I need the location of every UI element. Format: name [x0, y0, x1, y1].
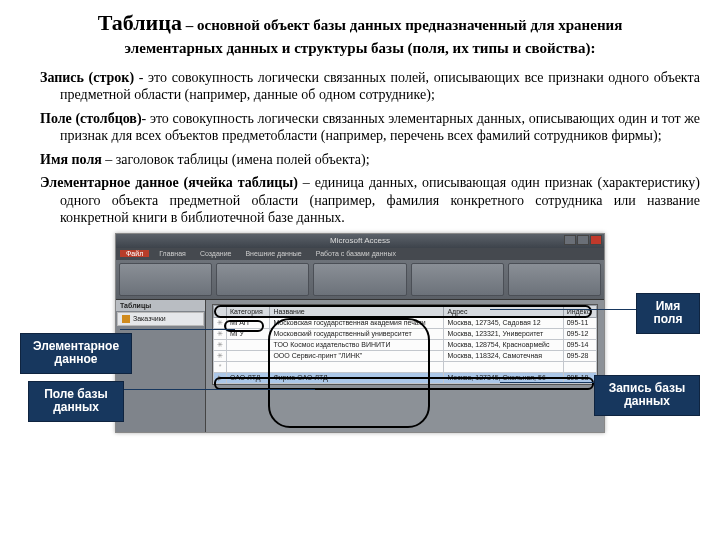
- def-imya: Имя поля – заголовок таблицы (имена поле…: [20, 151, 700, 169]
- header-row: Категория Название Адрес Индекс: [214, 305, 597, 317]
- col-header[interactable]: Индекс: [563, 305, 596, 317]
- nav-header[interactable]: Таблицы: [116, 300, 205, 311]
- ribbon-tabs: Файл Главная Создание Внешние данные Раб…: [116, 248, 604, 260]
- def-pole-text: - это совокупность логически связанных э…: [60, 111, 700, 144]
- table-row: ✳ООО Сервис-принт "ЛИНК"Москва, 118324, …: [214, 350, 597, 361]
- nav-item-label: Заказчики: [133, 315, 166, 322]
- tab-home[interactable]: Главная: [155, 250, 190, 257]
- def-elem-term: Элементарное данное (ячейка таблицы): [40, 175, 298, 190]
- def-imya-term: Имя поля: [40, 152, 102, 167]
- callout-zapis-bazy: Запись базы данных: [594, 375, 700, 417]
- datasheet-grid[interactable]: Категория Название Адрес Индекс ✳МГАПМос…: [212, 304, 598, 385]
- maximize-icon[interactable]: [577, 235, 589, 245]
- table-row: *: [214, 361, 597, 372]
- ribbon-group[interactable]: [216, 263, 309, 296]
- def-pole-term: Поле (столбцов): [40, 111, 142, 126]
- ribbon-group[interactable]: [508, 263, 601, 296]
- heading-term: Таблица: [98, 10, 182, 35]
- slide-heading: Таблица – основной объект базы данных пр…: [20, 8, 700, 59]
- close-icon[interactable]: [590, 235, 602, 245]
- heading-rest-1: – основной объект базы данных предназнач…: [182, 17, 622, 33]
- access-window: Работа с таблицами Microsoft Access Файл…: [115, 233, 605, 433]
- col-header[interactable]: Категория: [227, 305, 270, 317]
- screenshot-area: Работа с таблицами Microsoft Access Файл…: [20, 233, 700, 443]
- table-row: ✳ТОО Космос издательство ВИНИТИМосква, 1…: [214, 339, 597, 350]
- heading-rest-2: элементарных данных и структуры базы (по…: [125, 40, 596, 56]
- def-zapis-term: Запись (строк): [40, 70, 134, 85]
- window-buttons: [564, 235, 602, 245]
- ribbon-group[interactable]: [119, 263, 212, 296]
- col-header[interactable]: Название: [270, 305, 444, 317]
- callout-elem-dannoe: Элементарное данное: [20, 333, 132, 375]
- callout-pole-bazy: Поле базы данных: [28, 381, 124, 423]
- table-row: ✳МГУМосковский государственный университ…: [214, 328, 597, 339]
- datasheet-area: Категория Название Адрес Индекс ✳МГАПМос…: [206, 300, 604, 433]
- def-zapis-text: - это совокупность логически связанных п…: [60, 70, 700, 103]
- row-selector-header[interactable]: [214, 305, 227, 317]
- minimize-icon[interactable]: [564, 235, 576, 245]
- table-row: ✳МГАПМосковская государственная академия…: [214, 317, 597, 328]
- ribbon: [116, 260, 604, 300]
- def-elem: Элементарное данное (ячейка таблицы) – е…: [20, 174, 700, 227]
- tab-external[interactable]: Внешние данные: [241, 250, 305, 257]
- app-title: Microsoft Access: [330, 236, 390, 245]
- nav-item-table[interactable]: Заказчики: [117, 312, 204, 326]
- window-titlebar: Microsoft Access: [116, 234, 604, 248]
- def-zapis: Запись (строк) - это совокупность логиче…: [20, 69, 700, 104]
- tab-dbtools[interactable]: Работа с базами данных: [312, 250, 400, 257]
- tab-file[interactable]: Файл: [120, 250, 149, 257]
- col-header[interactable]: Адрес: [444, 305, 563, 317]
- def-pole: Поле (столбцов)- это совокупность логиче…: [20, 110, 700, 145]
- tab-create[interactable]: Создание: [196, 250, 236, 257]
- callout-imya-polya: Имя поля: [636, 293, 700, 335]
- def-imya-text: – заголовок таблицы (имена полей объекта…: [102, 152, 370, 167]
- ribbon-group[interactable]: [411, 263, 504, 296]
- table-icon: [122, 315, 130, 323]
- ribbon-group[interactable]: [313, 263, 406, 296]
- table-row: ▶ОАО ЛТДФирма ОАО ЛТДМосква, 127345, Око…: [214, 372, 597, 383]
